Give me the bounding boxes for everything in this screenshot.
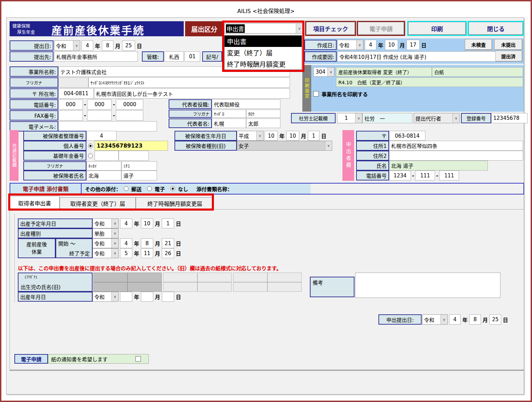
creation-reason-input[interactable]: 令和4年10月17日 作成分 (北海 道子): [337, 51, 496, 62]
leave-start-year-input[interactable]: 4: [120, 238, 132, 248]
employer-postal-input[interactable]: 004-0811: [58, 88, 94, 99]
leave-start-month-input[interactable]: 8: [141, 238, 153, 248]
child-kana-cell[interactable]: [128, 273, 162, 282]
sr-regno-input[interactable]: 12345678: [491, 113, 528, 123]
paper-notice-checkbox[interactable]: [135, 356, 141, 362]
chevron-down-icon[interactable]: ∨: [111, 292, 118, 301]
chevron-down-icon[interactable]: ∨: [111, 249, 118, 258]
sr-agent-select[interactable]: 提出代行者 ∨: [414, 113, 460, 123]
submission-month-input[interactable]: 8: [102, 40, 113, 51]
status-unchecked-button[interactable]: 未検査: [465, 39, 492, 50]
leave-end-month-input[interactable]: 11: [141, 248, 153, 258]
chevron-down-icon[interactable]: ∨: [327, 67, 334, 76]
child-kana-cell[interactable]: [93, 273, 128, 282]
leave-end-day-input[interactable]: 26: [162, 248, 174, 258]
delivery-month-input[interactable]: [141, 292, 153, 302]
delivery-era-select[interactable]: 令和 ∨: [93, 292, 119, 302]
chevron-down-icon[interactable]: ∨: [111, 229, 118, 238]
employer-fax1-input[interactable]: [58, 110, 83, 121]
insured-type-select[interactable]: 女子 ∨: [237, 141, 332, 151]
insured-name-sei-input[interactable]: 北海: [86, 171, 121, 180]
rep-kana-mei-input[interactable]: ﾀﾛｳ: [246, 110, 280, 118]
applicant-addr1-input[interactable]: 札幌市西区琴似四条: [389, 141, 523, 151]
creation-year-input[interactable]: 4: [365, 40, 376, 50]
tab-henkou-todoke[interactable]: 取得者変更（終了）届: [60, 197, 136, 210]
applicant-tel3-input[interactable]: 111: [439, 171, 459, 180]
tab-hoshu-getsugaku[interactable]: 終了時報酬月額変更届: [136, 197, 214, 210]
rep-name-sei-input[interactable]: 札幌: [212, 118, 246, 128]
apply-submit-era-select[interactable]: 令和 ∨: [422, 314, 448, 325]
close-button[interactable]: 閉じる: [469, 22, 523, 35]
employer-tel1-input[interactable]: 000: [58, 99, 83, 110]
chevron-down-icon[interactable]: ∨: [440, 315, 447, 324]
applicant-addr2-input[interactable]: [389, 151, 523, 161]
pension-no-input1[interactable]: [95, 151, 119, 161]
birth-year-input[interactable]: 10: [265, 131, 278, 141]
rep-title-input[interactable]: 代表取締役: [212, 99, 280, 109]
status-unsubmitted-button[interactable]: 未提出: [494, 39, 522, 50]
attach-mail-radio[interactable]: [124, 186, 129, 191]
personal-no-input[interactable]: 123456789123: [95, 141, 168, 151]
chevron-down-icon[interactable]: ∨: [355, 113, 362, 123]
apply-submit-day-input[interactable]: 25: [489, 314, 501, 325]
chevron-down-icon[interactable]: ∨: [296, 24, 303, 33]
jurisdiction-office-input[interactable]: 札西: [165, 51, 184, 62]
birth-month-input[interactable]: 10: [286, 131, 299, 141]
leave-start-day-input[interactable]: 21: [162, 238, 174, 248]
due-era-select[interactable]: 令和 ∨: [93, 218, 119, 228]
insured-no-input[interactable]: 4: [86, 131, 117, 141]
due-month-input[interactable]: 10: [141, 218, 153, 228]
pension-no-input2[interactable]: [119, 151, 149, 161]
creation-era-select[interactable]: 令和 ∨: [337, 40, 363, 50]
submission-day-input[interactable]: 25: [122, 40, 135, 51]
report-type-select[interactable]: 申出書 ∨: [224, 23, 303, 34]
employer-kana-input[interactable]: ｻｯﾎﾟﾛｼｷﾖﾀｸｳﾂｸｼｶﾞｵｶ1ｼﾞｮｳﾃｽﾄ: [88, 77, 290, 88]
chevron-down-icon[interactable]: ∨: [356, 40, 363, 50]
due-day-input[interactable]: 1: [162, 218, 174, 228]
applicant-postal-input[interactable]: 063-0814: [389, 131, 425, 141]
submission-dest-input[interactable]: 札幌西年金事務所: [54, 51, 138, 62]
chevron-down-icon[interactable]: ∨: [111, 239, 118, 248]
sr-name-input[interactable]: 社労 一: [362, 113, 412, 123]
employer-fax2-input[interactable]: [87, 110, 112, 121]
personal-no-radio[interactable]: [88, 143, 93, 148]
jurisdiction-code-input[interactable]: 01: [184, 51, 200, 62]
chevron-down-icon[interactable]: ∨: [73, 41, 80, 50]
delivery-day-input[interactable]: [162, 292, 174, 302]
chevron-down-icon[interactable]: ∨: [452, 113, 459, 123]
employer-tel2-input[interactable]: 000: [87, 99, 112, 110]
creation-month-input[interactable]: 10: [385, 40, 398, 50]
insured-kana-sei-input[interactable]: ﾎｯｶｲ: [86, 161, 121, 171]
print-form-code-select[interactable]: 304 ∨: [313, 67, 335, 77]
chevron-down-icon[interactable]: ∨: [325, 141, 332, 150]
employer-email-input[interactable]: [58, 121, 157, 131]
leave-start-era-select[interactable]: 令和 ∨: [93, 238, 119, 248]
birth-type-select[interactable]: 単胎 ∨: [93, 228, 119, 238]
chevron-down-icon[interactable]: ∨: [111, 219, 118, 228]
applicant-tel2-input[interactable]: 111: [415, 171, 435, 180]
leave-end-era-select[interactable]: 令和 ∨: [93, 248, 119, 258]
rep-name-mei-input[interactable]: 太郎: [246, 118, 280, 128]
child-name-old-cell[interactable]: [163, 282, 197, 292]
dropdown-option-shuuryouji[interactable]: 終了時報酬月額変更: [225, 58, 302, 70]
child-name-old-cell[interactable]: [233, 282, 267, 292]
insured-kana-mei-input[interactable]: ﾐﾁｺ: [121, 161, 157, 171]
dropdown-option-henkou[interactable]: 変更（終了）届: [225, 47, 302, 58]
apply-submit-year-input[interactable]: 4: [449, 314, 461, 325]
apply-submit-month-input[interactable]: 8: [469, 314, 481, 325]
applicant-name-input[interactable]: 北海 道子: [389, 161, 488, 171]
rep-kana-sei-input[interactable]: ｻｯﾎﾟﾛ: [212, 110, 246, 118]
print-office-name-checkbox[interactable]: [313, 91, 319, 97]
employer-fax3-input[interactable]: [116, 110, 143, 121]
child-name-old-cell[interactable]: [197, 282, 232, 292]
remarks-textarea[interactable]: [355, 273, 500, 298]
print-button[interactable]: 印刷: [408, 22, 466, 35]
child-name-cell[interactable]: [128, 282, 162, 292]
child-kana-old-cell[interactable]: [267, 273, 302, 282]
child-kana-old-cell[interactable]: [163, 273, 197, 282]
submission-year-input[interactable]: 4: [82, 40, 93, 51]
child-kana-old-cell[interactable]: [233, 273, 267, 282]
attach-none-radio[interactable]: [170, 186, 175, 191]
tab-moushidesho[interactable]: 取得者申出書: [10, 196, 60, 210]
child-kana-old-cell[interactable]: [197, 273, 232, 282]
